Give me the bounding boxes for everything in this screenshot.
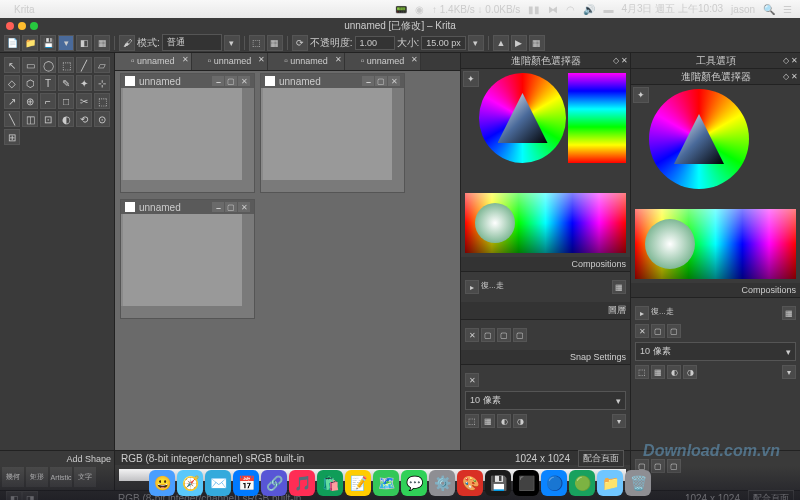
tool-button[interactable]: ✎: [58, 75, 74, 91]
canvas-window[interactable]: unnamed‒▢✕: [120, 199, 255, 319]
dock-app-icon[interactable]: 🎵: [289, 470, 315, 496]
app-name[interactable]: Krita: [14, 4, 35, 15]
panel-close-icon[interactable]: ◇ ✕: [783, 56, 798, 65]
dock-app-icon[interactable]: ⬛: [513, 470, 539, 496]
menubar-date[interactable]: 4月3日 週五 上午10:03: [621, 2, 723, 16]
scrollbar-v[interactable]: [392, 88, 404, 180]
color-selector-2[interactable]: ✦: [631, 85, 800, 205]
dock-app-icon[interactable]: 🔗: [261, 470, 287, 496]
layer-vis-icon[interactable]: ✕: [635, 324, 649, 338]
canvas-window-titlebar[interactable]: unnamed‒▢✕: [121, 74, 254, 88]
brush4-icon[interactable]: ◑: [683, 365, 697, 379]
tool-button[interactable]: ↗: [4, 93, 20, 109]
tool-button[interactable]: ◇: [4, 75, 20, 91]
scrollbar-h[interactable]: [121, 180, 254, 192]
brush-preset-button[interactable]: 🖌: [119, 35, 135, 51]
win-close-icon[interactable]: ✕: [388, 76, 400, 86]
hue-preview-icon[interactable]: [645, 219, 695, 269]
dock-app-icon[interactable]: 💬: [401, 470, 427, 496]
tool-button[interactable]: T: [40, 75, 56, 91]
close-window-icon[interactable]: [6, 22, 14, 30]
dock-app-icon[interactable]: 😀: [149, 470, 175, 496]
win-max-icon[interactable]: ▢: [225, 76, 237, 86]
menubar-line-icon[interactable]: 📟: [395, 4, 407, 15]
comp-opt2-icon[interactable]: ▦: [782, 306, 796, 320]
tool-button[interactable]: ▭: [22, 57, 38, 73]
hue-strip[interactable]: [465, 193, 626, 253]
color-wheel[interactable]: [479, 73, 566, 163]
tool-button[interactable]: ✂: [76, 93, 92, 109]
brush1-icon[interactable]: ⬚: [635, 365, 649, 379]
menubar-user[interactable]: jason: [731, 4, 755, 15]
layer-b2-icon[interactable]: ▢: [497, 328, 511, 342]
dock-app-icon[interactable]: 📁: [597, 470, 623, 496]
opacity-input[interactable]: 1.00: [355, 36, 395, 50]
dock-app-icon[interactable]: 🗺️: [373, 470, 399, 496]
color-triangle-2[interactable]: [674, 114, 724, 164]
tool-button[interactable]: ⟲: [76, 111, 92, 127]
tab-close-icon[interactable]: ✕: [182, 55, 189, 64]
scrollbar-v[interactable]: [242, 88, 254, 180]
mode-dropdown-icon[interactable]: ▾: [224, 35, 240, 51]
snap-x-icon[interactable]: ✕: [465, 373, 479, 387]
win-min-icon[interactable]: ‒: [212, 76, 224, 86]
picker-icon[interactable]: ✦: [463, 71, 479, 87]
hue-strip-2[interactable]: [635, 209, 796, 279]
panel-close-icon[interactable]: ◇ ✕: [783, 72, 798, 81]
menubar-wifi2-icon[interactable]: ◠: [566, 4, 575, 15]
new-file-button[interactable]: 📄: [4, 35, 20, 51]
maximize-window-icon[interactable]: [30, 22, 38, 30]
tool-button[interactable]: ▱: [94, 57, 110, 73]
size-dropdown-icon[interactable]: ▾: [468, 35, 484, 51]
win-close-icon[interactable]: ✕: [238, 202, 250, 212]
win-min-icon[interactable]: ‒: [212, 202, 224, 212]
layer-vis-icon[interactable]: ✕: [465, 328, 479, 342]
dock-app-icon[interactable]: 🔵: [541, 470, 567, 496]
color-selector[interactable]: ✦: [461, 69, 630, 189]
tool-button[interactable]: ◯: [40, 57, 56, 73]
brush-add-icon[interactable]: ▾: [612, 414, 626, 428]
menubar-battery-icon[interactable]: ▮▮: [528, 4, 540, 15]
tool-button[interactable]: ⬚: [94, 93, 110, 109]
tab-close-icon[interactable]: ✕: [411, 55, 418, 64]
brush-add-icon[interactable]: ▾: [782, 365, 796, 379]
menubar-wifi-icon[interactable]: ◉: [415, 4, 424, 15]
color-wheel-2[interactable]: [649, 89, 749, 189]
comp-opt1-icon[interactable]: ▸: [635, 306, 649, 320]
blend-mode-dropdown[interactable]: 普通: [162, 34, 222, 51]
workspace-button[interactable]: ▦: [529, 35, 545, 51]
comp-opt1-icon[interactable]: ▸: [465, 280, 479, 294]
dock-app-icon[interactable]: 🎨: [457, 470, 483, 496]
menubar-search-icon[interactable]: 🔍: [763, 4, 775, 15]
tool-button[interactable]: ⌐: [40, 93, 56, 109]
mirror-h-button[interactable]: ▲: [493, 35, 509, 51]
color-triangle[interactable]: [498, 93, 548, 143]
win-max-icon[interactable]: ▢: [225, 202, 237, 212]
hue-bar[interactable]: [568, 73, 626, 163]
tool-button[interactable]: ⊕: [22, 93, 38, 109]
canvas[interactable]: [123, 214, 242, 306]
win-close-icon[interactable]: ✕: [238, 76, 250, 86]
scrollbar-h[interactable]: [121, 306, 254, 318]
tool-button[interactable]: ✦: [76, 75, 92, 91]
layer-b2-icon[interactable]: ▢: [667, 324, 681, 338]
dock-app-icon[interactable]: 🛍️: [317, 470, 343, 496]
win-min-icon[interactable]: ‒: [362, 76, 374, 86]
dock-app-icon[interactable]: 💾: [485, 470, 511, 496]
brush2-icon[interactable]: ▦: [651, 365, 665, 379]
picker-icon[interactable]: ✦: [633, 87, 649, 103]
tool-button[interactable]: ⊹: [94, 75, 110, 91]
menubar-volume-icon[interactable]: 🔊: [583, 4, 595, 15]
menubar-notif-icon[interactable]: ☰: [783, 4, 792, 15]
canvas[interactable]: [123, 88, 242, 180]
reload-button[interactable]: ⟳: [292, 35, 308, 51]
gradient-button[interactable]: ◧: [76, 35, 92, 51]
brush1-icon[interactable]: ⬚: [465, 414, 479, 428]
tab-close-icon[interactable]: ✕: [258, 55, 265, 64]
tool-button[interactable]: ⊙: [94, 111, 110, 127]
save-button[interactable]: 💾: [40, 35, 56, 51]
canvas-window[interactable]: unnamed‒▢✕: [120, 73, 255, 193]
win-max-icon[interactable]: ▢: [375, 76, 387, 86]
scrollbar-v[interactable]: [242, 214, 254, 306]
tool-button[interactable]: ◫: [22, 111, 38, 127]
